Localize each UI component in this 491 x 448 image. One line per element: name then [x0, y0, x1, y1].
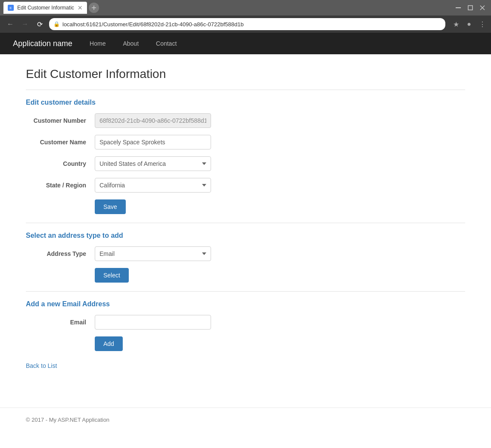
url-text: localhost:61621/Customer/Edit/68f8202d-2…: [62, 21, 441, 28]
address-type-label: Address Type: [26, 250, 95, 257]
refresh-button[interactable]: ⟳: [34, 19, 45, 29]
tab-favicon: E: [8, 5, 14, 11]
divider-3: [26, 291, 465, 292]
divider-2: [26, 223, 465, 223]
tab-close-button[interactable]: ✕: [78, 4, 83, 11]
app-brand[interactable]: Application name: [13, 39, 72, 48]
back-to-list-link[interactable]: Back to List: [26, 362, 57, 369]
browser-title-bar: E Edit Customer Informatic ✕: [0, 0, 491, 16]
customer-number-input[interactable]: [95, 113, 211, 128]
select-actions: Select: [95, 268, 465, 283]
browser-tab[interactable]: E Edit Customer Informatic ✕: [3, 2, 87, 14]
page-title: Edit Customer Information: [26, 67, 465, 81]
customer-name-label: Customer Name: [26, 139, 95, 146]
customer-number-group: Customer Number: [26, 113, 465, 128]
state-select[interactable]: California New York Texas Florida: [95, 178, 211, 193]
footer-text: © 2017 - My ASP.NET Application: [26, 417, 109, 423]
add-button[interactable]: Add: [95, 336, 123, 351]
state-label: State / Region: [26, 182, 95, 189]
close-button[interactable]: [477, 3, 488, 13]
tab-title: Edit Customer Informatic: [17, 5, 74, 11]
footer: © 2017 - My ASP.NET Application: [0, 408, 491, 432]
svg-rect-2: [456, 7, 461, 8]
country-group: Country United States of America Canada …: [26, 156, 465, 171]
app-navbar: Application name Home About Contact: [0, 33, 491, 54]
add-email-section: Add a new Email Address Email Add: [26, 300, 465, 351]
address-type-section: Select an address type to add Address Ty…: [26, 232, 465, 283]
save-actions: Save: [95, 199, 465, 214]
maximize-button[interactable]: [465, 3, 475, 13]
address-type-group: Address Type Email Phone Physical Addres…: [26, 246, 465, 261]
edit-customer-section: Edit customer details Customer Number Cu…: [26, 99, 465, 214]
section2-title: Select an address type to add: [26, 232, 465, 240]
nav-contact[interactable]: Contact: [152, 40, 181, 47]
bookmark-icon[interactable]: ★: [453, 20, 459, 28]
email-input[interactable]: [95, 315, 211, 330]
customer-name-input[interactable]: [95, 135, 211, 149]
forward-nav-button[interactable]: →: [20, 19, 30, 29]
email-group: Email: [26, 315, 465, 330]
address-bar[interactable]: 🔒 localhost:61621/Customer/Edit/68f8202d…: [49, 18, 445, 30]
svg-rect-3: [468, 6, 472, 10]
nav-about[interactable]: About: [118, 40, 143, 47]
lock-icon: 🔒: [53, 21, 60, 27]
customer-number-label: Customer Number: [26, 117, 95, 124]
new-tab-button[interactable]: [89, 3, 99, 13]
email-label: Email: [26, 319, 95, 326]
extensions-icon[interactable]: ●: [467, 20, 471, 28]
save-button[interactable]: Save: [95, 199, 126, 214]
divider-1: [26, 90, 465, 90]
browser-chrome: E Edit Customer Informatic ✕ ← → ⟳ 🔒 loc: [0, 0, 491, 33]
add-actions: Add: [95, 336, 465, 351]
customer-name-group: Customer Name: [26, 135, 465, 149]
browser-menu-icon[interactable]: ⋮: [479, 20, 486, 28]
section1-title: Edit customer details: [26, 99, 465, 106]
address-type-select[interactable]: Email Phone Physical Address: [95, 246, 211, 261]
minimize-button[interactable]: [453, 3, 463, 13]
main-content: Edit Customer Information Edit customer …: [0, 54, 491, 408]
nav-home[interactable]: Home: [85, 40, 110, 47]
back-nav-button[interactable]: ←: [5, 19, 16, 29]
country-label: Country: [26, 160, 95, 167]
browser-address-bar: ← → ⟳ 🔒 localhost:61621/Customer/Edit/68…: [0, 16, 491, 33]
country-select[interactable]: United States of America Canada United K…: [95, 156, 211, 171]
window-controls: [453, 3, 488, 13]
state-group: State / Region California New York Texas…: [26, 178, 465, 193]
select-button[interactable]: Select: [95, 268, 129, 283]
section3-title: Add a new Email Address: [26, 300, 465, 308]
